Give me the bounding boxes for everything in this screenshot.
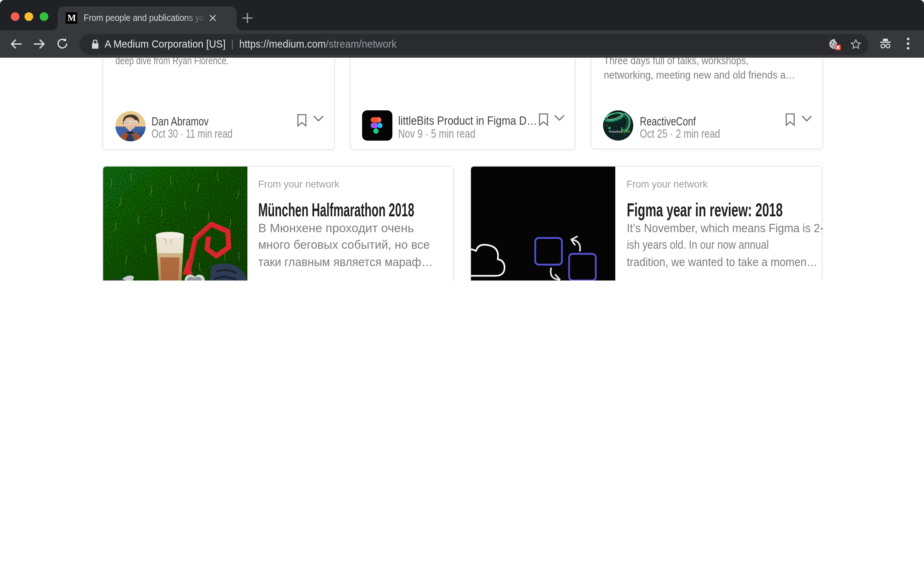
svg-text:Conf: Conf <box>622 129 630 134</box>
svg-text:Reactive: Reactive <box>609 129 622 134</box>
